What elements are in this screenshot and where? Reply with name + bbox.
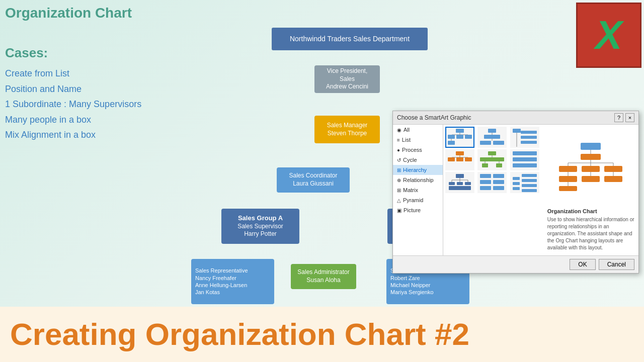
svg-rect-71 (522, 179, 537, 182)
category-relationship[interactable]: ⊕ Relationship (393, 175, 443, 185)
node-manager-line1: Sales Manager (327, 122, 368, 130)
thumb-2[interactable] (477, 127, 507, 148)
category-hierarchy[interactable]: ⊞ Hierarchy (393, 165, 443, 175)
svg-rect-69 (513, 187, 520, 190)
svg-rect-74 (581, 143, 601, 150)
svg-rect-58 (457, 182, 463, 185)
preview-area (547, 129, 634, 205)
svg-rect-33 (521, 136, 537, 139)
node-rep-a-name1: Anne Hellung-Larsen (195, 282, 247, 289)
node-group-a-line2: Harry Potter (244, 230, 277, 238)
thumb-6[interactable] (510, 149, 539, 170)
svg-rect-34 (521, 141, 537, 144)
dialog-categories: ◉ All ≡ List ● Process ↺ Cycle ⊞ Hierarc… (393, 125, 443, 255)
svg-rect-38 (448, 157, 455, 161)
svg-rect-21 (465, 135, 472, 139)
relationship-icon: ⊕ (397, 177, 401, 183)
svg-rect-28 (480, 141, 491, 145)
case-item-3[interactable]: 1 Subordinate : Many Supervisors (5, 97, 141, 112)
svg-rect-57 (449, 182, 455, 185)
svg-rect-83 (582, 166, 600, 172)
category-picture-label: Picture (404, 207, 421, 213)
dialog-preview: Organization Chart Use to show hierarchi… (543, 125, 638, 255)
case-item-1[interactable]: Create from List (5, 66, 141, 81)
preview-description: Use to show hierarchical information or … (547, 216, 634, 251)
svg-rect-90 (604, 176, 622, 182)
svg-rect-26 (484, 135, 500, 139)
thumb-8[interactable] (477, 172, 507, 193)
node-rep-a-title: Sales Representative (195, 267, 248, 274)
svg-rect-51 (456, 174, 464, 178)
case-item-4[interactable]: Many people in a box (5, 112, 141, 128)
cases-heading: Cases: (5, 45, 141, 61)
matrix-icon: ⊞ (397, 188, 401, 193)
category-relationship-label: Relationship (403, 177, 434, 183)
thumb-1[interactable] (445, 127, 474, 148)
svg-rect-76 (581, 154, 601, 160)
category-cycle[interactable]: ↺ Cycle (393, 155, 443, 165)
category-matrix[interactable]: ⊞ Matrix (393, 185, 443, 195)
node-rep-a: Sales Representative Nancy Freehafer Ann… (191, 259, 274, 304)
svg-rect-20 (456, 135, 463, 139)
svg-rect-70 (522, 174, 537, 177)
category-picture[interactable]: ▣ Picture (393, 205, 443, 215)
svg-rect-67 (513, 177, 520, 180)
dialog-help-button[interactable]: ? (614, 113, 623, 122)
excel-letter: X (595, 15, 622, 55)
category-process[interactable]: ● Process (393, 145, 443, 155)
cases-list: Create from List Position and Name 1 Sub… (5, 66, 141, 143)
svg-rect-84 (604, 166, 622, 172)
node-root-text: Northwindd Traders Sales Department (290, 34, 410, 43)
svg-rect-68 (513, 182, 520, 185)
node-admin-line1: Sales Administrator (297, 268, 349, 277)
category-cycle-label: Cycle (403, 157, 417, 163)
category-process-label: Process (402, 147, 422, 153)
process-icon: ● (397, 147, 400, 153)
preview-title: Organization Chart (547, 208, 634, 214)
thumb-9[interactable] (510, 172, 539, 193)
thumb-3[interactable] (510, 127, 539, 148)
dialog-title: Choose a SmartArt Graphic (397, 114, 471, 121)
svg-rect-88 (582, 176, 600, 182)
svg-rect-73 (522, 189, 537, 192)
svg-rect-39 (456, 157, 463, 161)
thumb-5[interactable] (477, 149, 507, 170)
node-coordinator: Sales Coordinator Laura Giussani (277, 167, 350, 193)
bottom-bar: Creating Organization Chart #2 (0, 307, 644, 362)
diagram-thumbnails (443, 125, 543, 255)
svg-rect-86 (559, 176, 577, 182)
svg-rect-48 (513, 151, 537, 155)
dialog-cancel-button[interactable]: Cancel (599, 259, 634, 270)
dialog-ok-button[interactable]: OK (570, 259, 595, 270)
cycle-icon: ↺ (397, 157, 401, 163)
node-manager-line2: Steven Thorpe (328, 130, 367, 138)
dialog-body: ◉ All ≡ List ● Process ↺ Cycle ⊞ Hierarc… (393, 125, 638, 255)
svg-rect-35 (456, 151, 464, 155)
category-all[interactable]: ◉ All (393, 125, 443, 135)
dialog-close-button[interactable]: × (625, 113, 634, 122)
node-manager: Sales Manager Steven Thorpe (314, 116, 380, 143)
picture-icon: ▣ (397, 208, 401, 213)
category-pyramid[interactable]: △ Pyramid (393, 195, 443, 205)
svg-rect-29 (493, 141, 504, 145)
node-coordinator-line2: Laura Giussani (293, 180, 334, 188)
svg-rect-23 (448, 141, 455, 145)
list-icon: ≡ (397, 137, 400, 143)
case-item-5[interactable]: Mix Alignment in a box (5, 127, 141, 143)
thumb-4[interactable] (445, 149, 474, 170)
svg-rect-47 (496, 163, 502, 167)
category-list[interactable]: ≡ List (393, 135, 443, 145)
case-item-2[interactable]: Position and Name (5, 81, 141, 97)
dialog-footer: OK Cancel (393, 255, 638, 273)
node-coordinator-line1: Sales Coordinator (289, 172, 337, 180)
svg-rect-72 (522, 184, 537, 187)
svg-rect-62 (493, 174, 504, 178)
node-rep-b-name2: Mariya Sergienko (390, 289, 434, 296)
bottom-title: Creating Organization Chart #2 (10, 319, 469, 350)
svg-rect-59 (465, 182, 471, 185)
svg-rect-41 (488, 151, 496, 155)
thumb-7[interactable] (445, 172, 474, 193)
node-admin-line2: Susan Aloha (306, 277, 340, 285)
node-vp: Vice President, Sales Andrew Cencini (314, 65, 380, 93)
hierarchy-icon: ⊞ (397, 167, 401, 173)
